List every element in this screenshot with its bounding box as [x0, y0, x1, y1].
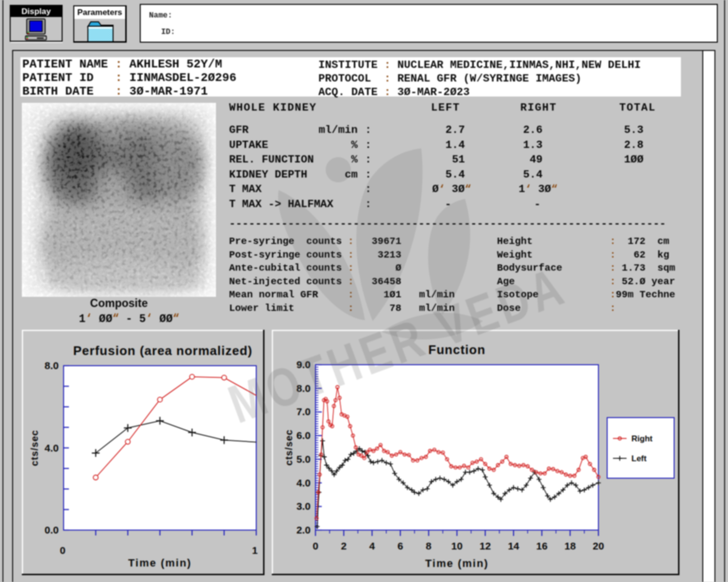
svg-text:6.0: 6.0	[297, 430, 311, 441]
svg-text:7.0: 7.0	[297, 406, 311, 417]
svg-text:Perfusion (area normalized): Perfusion (area normalized)	[73, 343, 252, 358]
svg-text:3.0: 3.0	[297, 501, 311, 512]
svg-text:18: 18	[564, 540, 576, 551]
svg-text:16: 16	[536, 540, 547, 551]
svg-text:2: 2	[341, 540, 347, 551]
svg-text:Left: Left	[631, 454, 647, 463]
svg-text:8: 8	[426, 540, 431, 551]
svg-text:8.0: 8.0	[45, 360, 59, 371]
svg-text:10: 10	[451, 540, 463, 551]
svg-text:0.0: 0.0	[45, 524, 59, 535]
svg-text:Function: Function	[429, 342, 486, 357]
svg-text:4.0: 4.0	[45, 442, 59, 453]
svg-text:4: 4	[369, 540, 375, 551]
svg-text:14: 14	[508, 540, 519, 551]
svg-text:Right: Right	[631, 434, 653, 443]
svg-text:0: 0	[60, 545, 66, 556]
svg-text:8.0: 8.0	[297, 383, 311, 394]
svg-text:0: 0	[313, 540, 318, 551]
svg-text:cts/sec: cts/sec	[283, 429, 294, 466]
svg-text:20: 20	[593, 540, 604, 551]
svg-text:6: 6	[397, 540, 403, 551]
svg-text:12: 12	[480, 540, 491, 551]
svg-text:9.0: 9.0	[297, 359, 311, 370]
svg-text:cts/sec: cts/sec	[29, 430, 40, 466]
svg-text:2.0: 2.0	[297, 524, 311, 535]
svg-text:Time (min): Time (min)	[128, 557, 192, 569]
svg-text:Time (min): Time (min)	[425, 557, 489, 569]
svg-text:1: 1	[252, 545, 258, 556]
svg-text:5.0: 5.0	[297, 453, 311, 465]
svg-text:4.0: 4.0	[297, 477, 311, 488]
